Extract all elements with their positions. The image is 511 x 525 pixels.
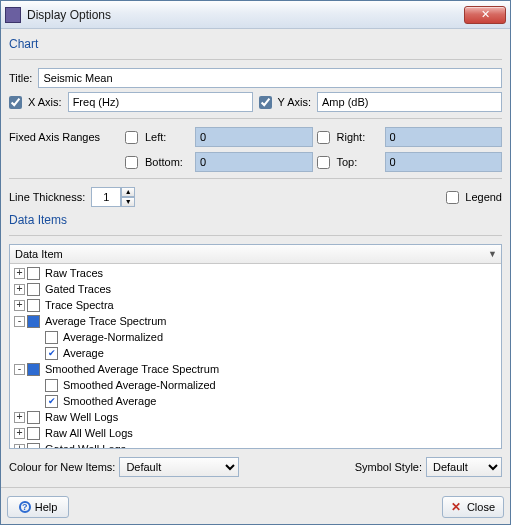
item-label: Raw Well Logs <box>42 411 118 423</box>
item-checkbox[interactable] <box>45 347 58 360</box>
top-input[interactable] <box>385 152 503 172</box>
tree-item[interactable]: +Smoothed Average <box>10 393 501 409</box>
dataitems-tree: Data Item ▼ +Raw Traces+Gated Traces+Tra… <box>9 244 502 449</box>
top-label: Top: <box>337 156 381 168</box>
tree-item[interactable]: +Raw Well Logs <box>10 409 501 425</box>
spinner-up-icon[interactable]: ▲ <box>121 187 135 197</box>
tree-item[interactable]: +Average-Normalized <box>10 329 501 345</box>
right-input[interactable] <box>385 127 503 147</box>
titlebar: Display Options ✕ <box>1 1 510 29</box>
xaxis-label: X Axis: <box>28 96 62 108</box>
item-label: Average-Normalized <box>60 331 163 343</box>
symbol-combo[interactable]: Default <box>426 457 502 477</box>
tree-body[interactable]: +Raw Traces+Gated Traces+Trace Spectra-A… <box>10 264 501 448</box>
item-label: Smoothed Average Trace Spectrum <box>42 363 219 375</box>
item-checkbox[interactable] <box>27 315 40 328</box>
expand-icon[interactable]: + <box>14 412 25 423</box>
spinner-down-icon[interactable]: ▼ <box>121 197 135 207</box>
item-label: Raw Traces <box>42 267 103 279</box>
item-label: Smoothed Average <box>60 395 156 407</box>
thickness-spinner[interactable]: ▲▼ <box>91 187 135 207</box>
item-checkbox[interactable] <box>45 395 58 408</box>
bottom-checkbox[interactable] <box>125 156 138 169</box>
expand-icon[interactable]: + <box>14 428 25 439</box>
right-label: Right: <box>337 131 381 143</box>
expand-icon[interactable]: + <box>14 268 25 279</box>
app-icon <box>5 7 21 23</box>
top-checkbox[interactable] <box>317 156 330 169</box>
help-icon: ? <box>19 501 31 513</box>
bottom-label: Bottom: <box>145 156 191 168</box>
tree-item[interactable]: -Smoothed Average Trace Spectrum <box>10 361 501 377</box>
item-label: Gated Traces <box>42 283 111 295</box>
divider <box>9 178 502 179</box>
item-label: Average Trace Spectrum <box>42 315 166 327</box>
title-input[interactable] <box>38 68 502 88</box>
legend-label: Legend <box>465 191 502 203</box>
item-label: Average <box>60 347 104 359</box>
title-label: Title: <box>9 72 32 84</box>
thickness-input[interactable] <box>91 187 121 207</box>
tree-item[interactable]: +Raw All Well Logs <box>10 425 501 441</box>
thickness-label: Line Thickness: <box>9 191 85 203</box>
expand-icon[interactable]: - <box>14 316 25 327</box>
yaxis-input[interactable] <box>317 92 502 112</box>
yaxis-label: Y Axis: <box>278 96 311 108</box>
divider <box>1 487 510 488</box>
close-button-label: Close <box>467 501 495 513</box>
left-checkbox[interactable] <box>125 131 138 144</box>
item-label: Gated Well Logs <box>42 443 126 448</box>
item-checkbox[interactable] <box>27 267 40 280</box>
expand-icon[interactable]: + <box>14 444 25 449</box>
help-button[interactable]: ? Help <box>7 496 69 518</box>
expand-icon[interactable]: - <box>14 364 25 375</box>
divider <box>9 118 502 119</box>
close-icon: ✕ <box>451 501 463 513</box>
item-checkbox[interactable] <box>45 379 58 392</box>
left-label: Left: <box>145 131 191 143</box>
expand-icon[interactable]: + <box>14 284 25 295</box>
tree-item[interactable]: +Raw Traces <box>10 265 501 281</box>
window-title: Display Options <box>27 8 464 22</box>
divider <box>9 235 502 236</box>
item-checkbox[interactable] <box>27 411 40 424</box>
xaxis-input[interactable] <box>68 92 253 112</box>
yaxis-checkbox[interactable] <box>259 96 272 109</box>
item-checkbox[interactable] <box>27 427 40 440</box>
item-label: Smoothed Average-Normalized <box>60 379 216 391</box>
tree-item[interactable]: +Gated Well Logs <box>10 441 501 448</box>
item-label: Trace Spectra <box>42 299 114 311</box>
tree-item[interactable]: +Gated Traces <box>10 281 501 297</box>
colour-combo[interactable]: Default <box>119 457 239 477</box>
tree-item[interactable]: +Trace Spectra <box>10 297 501 313</box>
window-close-button[interactable]: ✕ <box>464 6 506 24</box>
tree-item[interactable]: +Smoothed Average-Normalized <box>10 377 501 393</box>
left-input[interactable] <box>195 127 313 147</box>
close-icon: ✕ <box>481 8 490 21</box>
item-checkbox[interactable] <box>27 299 40 312</box>
chart-group-label: Chart <box>9 37 502 51</box>
tree-header-label: Data Item <box>14 247 64 261</box>
fixed-ranges-label: Fixed Axis Ranges <box>9 131 121 143</box>
tree-header[interactable]: Data Item ▼ <box>10 245 501 264</box>
item-checkbox[interactable] <box>27 443 40 449</box>
symbol-label: Symbol Style: <box>355 461 422 473</box>
colour-label: Colour for New Items: <box>9 461 115 473</box>
bottom-input[interactable] <box>195 152 313 172</box>
item-label: Raw All Well Logs <box>42 427 133 439</box>
close-button[interactable]: ✕ Close <box>442 496 504 518</box>
expand-icon[interactable]: + <box>14 300 25 311</box>
dataitems-group-label: Data Items <box>9 213 502 227</box>
tree-item[interactable]: +Average <box>10 345 501 361</box>
item-checkbox[interactable] <box>27 363 40 376</box>
divider <box>9 59 502 60</box>
item-checkbox[interactable] <box>27 283 40 296</box>
item-checkbox[interactable] <box>45 331 58 344</box>
tree-item[interactable]: -Average Trace Spectrum <box>10 313 501 329</box>
legend-checkbox[interactable] <box>446 191 459 204</box>
help-button-label: Help <box>35 501 58 513</box>
tree-header-sort-icon: ▼ <box>488 249 497 259</box>
right-checkbox[interactable] <box>317 131 330 144</box>
xaxis-checkbox[interactable] <box>9 96 22 109</box>
